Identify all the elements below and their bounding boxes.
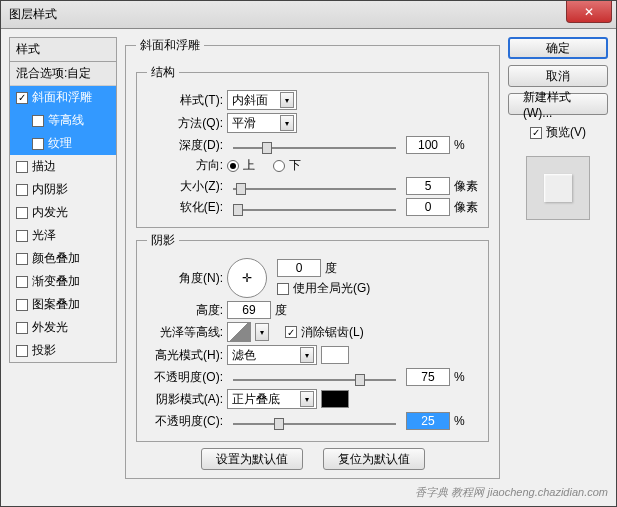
depth-input[interactable]: 100 — [406, 136, 450, 154]
set-default-button[interactable]: 设置为默认值 — [201, 448, 303, 470]
size-label: 大小(Z): — [147, 178, 223, 195]
bevel-title: 斜面和浮雕 — [136, 37, 204, 54]
styles-header: 样式 — [9, 37, 117, 62]
window-close-button[interactable]: ✕ — [566, 1, 612, 23]
depth-slider[interactable] — [233, 136, 396, 154]
soften-label: 软化(E): — [147, 199, 223, 216]
style-item-grad_overlay[interactable]: 渐变叠加 — [10, 270, 116, 293]
cancel-button[interactable]: 取消 — [508, 65, 608, 87]
style-checkbox-satin[interactable] — [16, 230, 28, 242]
style-item-pat_overlay[interactable]: 图案叠加 — [10, 293, 116, 316]
style-checkbox-inner_glow[interactable] — [16, 207, 28, 219]
styles-list: 混合选项:自定 斜面和浮雕等高线纹理描边内阴影内发光光泽颜色叠加渐变叠加图案叠加… — [9, 62, 117, 363]
right-panel: 确定 取消 新建样式(W)... 预览(V) — [508, 37, 608, 498]
chevron-down-icon: ▾ — [280, 115, 294, 131]
style-checkbox-color_overlay[interactable] — [16, 253, 28, 265]
altitude-label: 高度: — [147, 302, 223, 319]
altitude-input[interactable]: 69 — [227, 301, 271, 319]
gloss-contour-picker[interactable] — [227, 322, 251, 342]
shadow-mode-label: 阴影模式(A): — [147, 391, 223, 408]
antialias-checkbox[interactable] — [285, 326, 297, 338]
preview-checkbox[interactable] — [530, 127, 542, 139]
layer-style-dialog: 图层样式 ✕ 样式 混合选项:自定 斜面和浮雕等高线纹理描边内阴影内发光光泽颜色… — [0, 0, 617, 507]
gloss-contour-label: 光泽等高线: — [147, 324, 223, 341]
reset-default-button[interactable]: 复位为默认值 — [323, 448, 425, 470]
style-item-drop_shadow[interactable]: 投影 — [10, 339, 116, 362]
chevron-down-icon: ▾ — [300, 391, 314, 407]
style-checkbox-outer_glow[interactable] — [16, 322, 28, 334]
soften-slider[interactable] — [233, 198, 396, 216]
style-item-outer_glow[interactable]: 外发光 — [10, 316, 116, 339]
style-checkbox-texture[interactable] — [32, 138, 44, 150]
global-light-checkbox[interactable] — [277, 283, 289, 295]
shadow-opacity-input[interactable]: 25 — [406, 412, 450, 430]
styles-list-panel: 样式 混合选项:自定 斜面和浮雕等高线纹理描边内阴影内发光光泽颜色叠加渐变叠加图… — [9, 37, 117, 498]
window-title: 图层样式 — [9, 6, 57, 23]
style-checkbox-bevel[interactable] — [16, 92, 28, 104]
size-input[interactable]: 5 — [406, 177, 450, 195]
watermark: 香字典 教程网 jiaocheng.chazidian.com — [415, 485, 608, 500]
method-label: 方法(Q): — [147, 115, 223, 132]
style-item-inner_shadow[interactable]: 内阴影 — [10, 178, 116, 201]
style-label: 样式(T): — [147, 92, 223, 109]
blending-options-item[interactable]: 混合选项:自定 — [10, 62, 116, 86]
highlight-opacity-input[interactable]: 75 — [406, 368, 450, 386]
main-panel: 斜面和浮雕 结构 样式(T): 内斜面▾ 方法(Q): 平滑▾ 深度(D): 1 — [125, 37, 500, 498]
preview-thumbnail — [526, 156, 590, 220]
new-style-button[interactable]: 新建样式(W)... — [508, 93, 608, 115]
shadow-opacity-label: 不透明度(C): — [147, 413, 223, 430]
highlight-color-swatch[interactable] — [321, 346, 349, 364]
close-icon: ✕ — [584, 5, 594, 19]
angle-dial[interactable]: ✛ — [227, 258, 267, 298]
direction-label: 方向: — [147, 157, 223, 174]
style-item-bevel[interactable]: 斜面和浮雕 — [10, 86, 116, 109]
style-item-contour[interactable]: 等高线 — [10, 109, 116, 132]
crosshair-icon: ✛ — [242, 271, 252, 285]
style-item-stroke[interactable]: 描边 — [10, 155, 116, 178]
style-item-texture[interactable]: 纹理 — [10, 132, 116, 155]
depth-label: 深度(D): — [147, 137, 223, 154]
style-checkbox-contour[interactable] — [32, 115, 44, 127]
direction-down-radio[interactable] — [273, 160, 285, 172]
direction-up-radio[interactable] — [227, 160, 239, 172]
style-checkbox-pat_overlay[interactable] — [16, 299, 28, 311]
method-combo[interactable]: 平滑▾ — [227, 113, 297, 133]
shadow-color-swatch[interactable] — [321, 390, 349, 408]
style-item-inner_glow[interactable]: 内发光 — [10, 201, 116, 224]
highlight-opacity-slider[interactable] — [233, 368, 396, 386]
chevron-down-icon[interactable]: ▾ — [255, 323, 269, 341]
shadow-mode-combo[interactable]: 正片叠底▾ — [227, 389, 317, 409]
highlight-mode-combo[interactable]: 滤色▾ — [227, 345, 317, 365]
structure-group: 结构 样式(T): 内斜面▾ 方法(Q): 平滑▾ 深度(D): 100 % — [136, 64, 489, 228]
titlebar[interactable]: 图层样式 ✕ — [1, 1, 616, 29]
shadow-opacity-slider[interactable] — [233, 412, 396, 430]
soften-input[interactable]: 0 — [406, 198, 450, 216]
highlight-mode-label: 高光模式(H): — [147, 347, 223, 364]
style-checkbox-stroke[interactable] — [16, 161, 28, 173]
style-combo[interactable]: 内斜面▾ — [227, 90, 297, 110]
size-slider[interactable] — [233, 177, 396, 195]
shading-group: 阴影 角度(N): ✛ 0 度 使用全局光(G) — [136, 232, 489, 442]
chevron-down-icon: ▾ — [300, 347, 314, 363]
style-checkbox-inner_shadow[interactable] — [16, 184, 28, 196]
style-item-satin[interactable]: 光泽 — [10, 224, 116, 247]
angle-label: 角度(N): — [147, 270, 223, 287]
style-checkbox-grad_overlay[interactable] — [16, 276, 28, 288]
angle-input[interactable]: 0 — [277, 259, 321, 277]
highlight-opacity-label: 不透明度(O): — [147, 369, 223, 386]
ok-button[interactable]: 确定 — [508, 37, 608, 59]
bevel-emboss-group: 斜面和浮雕 结构 样式(T): 内斜面▾ 方法(Q): 平滑▾ 深度(D): 1 — [125, 37, 500, 479]
style-item-color_overlay[interactable]: 颜色叠加 — [10, 247, 116, 270]
style-checkbox-drop_shadow[interactable] — [16, 345, 28, 357]
chevron-down-icon: ▾ — [280, 92, 294, 108]
